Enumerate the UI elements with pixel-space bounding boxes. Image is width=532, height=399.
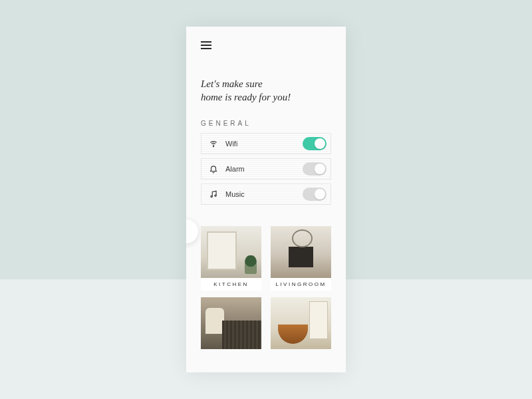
menu-button[interactable] xyxy=(201,41,211,49)
wifi-icon xyxy=(208,138,219,149)
phone-frame: Let's make sure home is ready for you! G… xyxy=(186,27,346,372)
control-label: Alarm xyxy=(225,165,303,173)
room-thumb xyxy=(201,297,261,349)
bell-icon xyxy=(208,164,219,174)
control-label: Wifi xyxy=(225,140,303,148)
greeting-line-1: Let's make sure xyxy=(201,78,263,89)
control-label: Music xyxy=(225,190,303,198)
room-card-kitchen[interactable]: KITCHEN xyxy=(201,226,261,291)
general-controls: Wifi Alarm Music xyxy=(201,133,331,209)
room-card-livingroom[interactable]: LIVINGROOM xyxy=(271,226,331,291)
control-row-wifi: Wifi xyxy=(201,133,331,154)
alarm-toggle[interactable] xyxy=(303,162,327,176)
svg-point-1 xyxy=(211,196,212,197)
greeting-text: Let's make sure home is ready for you! xyxy=(201,77,331,104)
rooms-grid: KITCHEN LIVINGROOM xyxy=(201,226,331,349)
control-row-alarm: Alarm xyxy=(201,158,331,180)
room-card-bath[interactable] xyxy=(271,297,331,349)
svg-point-2 xyxy=(215,195,216,196)
room-thumb xyxy=(271,297,331,349)
room-thumb xyxy=(271,226,331,278)
music-icon xyxy=(208,189,219,200)
room-caption: LIVINGROOM xyxy=(271,278,331,291)
svg-point-0 xyxy=(213,146,213,147)
section-label-general: GENERAL xyxy=(201,120,251,127)
music-toggle[interactable] xyxy=(303,188,327,201)
wifi-toggle[interactable] xyxy=(303,137,327,150)
floating-circle-button[interactable] xyxy=(186,219,198,243)
greeting-line-2: home is ready for you! xyxy=(201,92,291,102)
room-card-bedroom[interactable] xyxy=(201,297,261,349)
control-row-music: Music xyxy=(201,184,331,205)
room-caption: KITCHEN xyxy=(201,278,261,291)
room-thumb xyxy=(201,226,261,278)
